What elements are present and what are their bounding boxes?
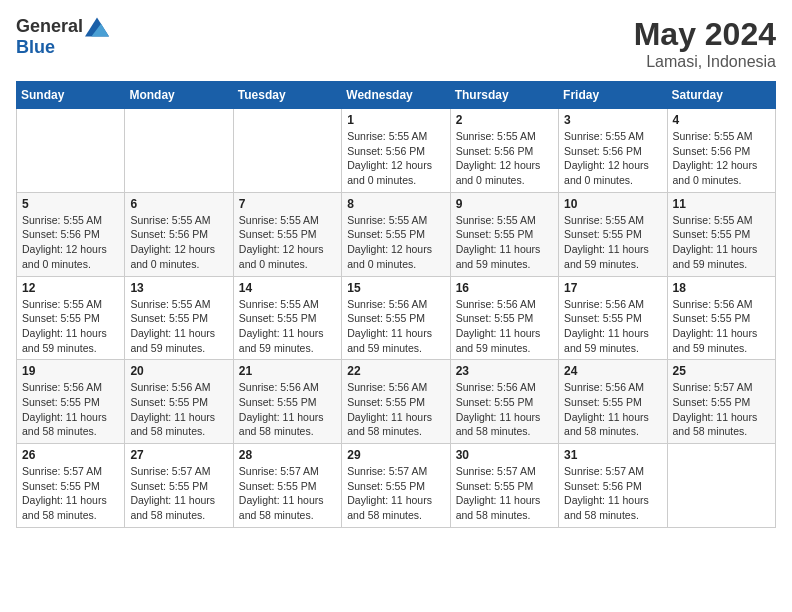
calendar-cell: 3Sunrise: 5:55 AMSunset: 5:56 PMDaylight…	[559, 109, 667, 193]
day-info: Sunrise: 5:56 AMSunset: 5:55 PMDaylight:…	[564, 297, 661, 356]
day-number: 11	[673, 197, 770, 211]
calendar-cell: 26Sunrise: 5:57 AMSunset: 5:55 PMDayligh…	[17, 444, 125, 528]
calendar-cell	[125, 109, 233, 193]
calendar-cell: 14Sunrise: 5:55 AMSunset: 5:55 PMDayligh…	[233, 276, 341, 360]
calendar-cell: 31Sunrise: 5:57 AMSunset: 5:56 PMDayligh…	[559, 444, 667, 528]
day-number: 31	[564, 448, 661, 462]
day-number: 15	[347, 281, 444, 295]
day-number: 6	[130, 197, 227, 211]
day-info: Sunrise: 5:55 AMSunset: 5:56 PMDaylight:…	[564, 129, 661, 188]
day-number: 27	[130, 448, 227, 462]
day-info: Sunrise: 5:57 AMSunset: 5:55 PMDaylight:…	[347, 464, 444, 523]
day-number: 10	[564, 197, 661, 211]
calendar-cell: 1Sunrise: 5:55 AMSunset: 5:56 PMDaylight…	[342, 109, 450, 193]
weekday-header-row: SundayMondayTuesdayWednesdayThursdayFrid…	[17, 82, 776, 109]
day-number: 30	[456, 448, 553, 462]
day-number: 18	[673, 281, 770, 295]
weekday-header-monday: Monday	[125, 82, 233, 109]
day-number: 28	[239, 448, 336, 462]
calendar-cell: 29Sunrise: 5:57 AMSunset: 5:55 PMDayligh…	[342, 444, 450, 528]
day-info: Sunrise: 5:55 AMSunset: 5:56 PMDaylight:…	[22, 213, 119, 272]
calendar-cell: 28Sunrise: 5:57 AMSunset: 5:55 PMDayligh…	[233, 444, 341, 528]
day-info: Sunrise: 5:56 AMSunset: 5:55 PMDaylight:…	[347, 380, 444, 439]
calendar-cell: 8Sunrise: 5:55 AMSunset: 5:55 PMDaylight…	[342, 192, 450, 276]
day-info: Sunrise: 5:55 AMSunset: 5:55 PMDaylight:…	[130, 297, 227, 356]
calendar-cell: 18Sunrise: 5:56 AMSunset: 5:55 PMDayligh…	[667, 276, 775, 360]
day-info: Sunrise: 5:55 AMSunset: 5:56 PMDaylight:…	[456, 129, 553, 188]
day-info: Sunrise: 5:57 AMSunset: 5:56 PMDaylight:…	[564, 464, 661, 523]
day-info: Sunrise: 5:56 AMSunset: 5:55 PMDaylight:…	[456, 380, 553, 439]
calendar-cell	[667, 444, 775, 528]
day-info: Sunrise: 5:57 AMSunset: 5:55 PMDaylight:…	[130, 464, 227, 523]
weekday-header-wednesday: Wednesday	[342, 82, 450, 109]
day-number: 24	[564, 364, 661, 378]
day-info: Sunrise: 5:57 AMSunset: 5:55 PMDaylight:…	[22, 464, 119, 523]
calendar-cell: 11Sunrise: 5:55 AMSunset: 5:55 PMDayligh…	[667, 192, 775, 276]
logo-blue-text: Blue	[16, 37, 55, 58]
calendar-cell: 7Sunrise: 5:55 AMSunset: 5:55 PMDaylight…	[233, 192, 341, 276]
calendar-cell: 25Sunrise: 5:57 AMSunset: 5:55 PMDayligh…	[667, 360, 775, 444]
day-number: 25	[673, 364, 770, 378]
day-info: Sunrise: 5:56 AMSunset: 5:55 PMDaylight:…	[564, 380, 661, 439]
calendar-week-4: 19Sunrise: 5:56 AMSunset: 5:55 PMDayligh…	[17, 360, 776, 444]
day-info: Sunrise: 5:55 AMSunset: 5:55 PMDaylight:…	[347, 213, 444, 272]
day-info: Sunrise: 5:55 AMSunset: 5:56 PMDaylight:…	[347, 129, 444, 188]
day-info: Sunrise: 5:57 AMSunset: 5:55 PMDaylight:…	[673, 380, 770, 439]
logo: General Blue	[16, 16, 109, 58]
day-number: 13	[130, 281, 227, 295]
day-number: 14	[239, 281, 336, 295]
day-number: 29	[347, 448, 444, 462]
weekday-header-thursday: Thursday	[450, 82, 558, 109]
day-info: Sunrise: 5:55 AMSunset: 5:56 PMDaylight:…	[673, 129, 770, 188]
day-info: Sunrise: 5:55 AMSunset: 5:55 PMDaylight:…	[564, 213, 661, 272]
day-number: 21	[239, 364, 336, 378]
day-number: 26	[22, 448, 119, 462]
day-number: 9	[456, 197, 553, 211]
page-header: General Blue May 2024 Lamasi, Indonesia	[16, 16, 776, 71]
day-info: Sunrise: 5:56 AMSunset: 5:55 PMDaylight:…	[130, 380, 227, 439]
calendar-cell: 4Sunrise: 5:55 AMSunset: 5:56 PMDaylight…	[667, 109, 775, 193]
day-number: 12	[22, 281, 119, 295]
day-info: Sunrise: 5:56 AMSunset: 5:55 PMDaylight:…	[22, 380, 119, 439]
weekday-header-friday: Friday	[559, 82, 667, 109]
logo-general-text: General	[16, 16, 83, 37]
day-number: 16	[456, 281, 553, 295]
calendar-week-3: 12Sunrise: 5:55 AMSunset: 5:55 PMDayligh…	[17, 276, 776, 360]
calendar-cell: 17Sunrise: 5:56 AMSunset: 5:55 PMDayligh…	[559, 276, 667, 360]
calendar-cell	[17, 109, 125, 193]
weekday-header-sunday: Sunday	[17, 82, 125, 109]
day-number: 2	[456, 113, 553, 127]
day-number: 4	[673, 113, 770, 127]
location: Lamasi, Indonesia	[634, 53, 776, 71]
day-info: Sunrise: 5:56 AMSunset: 5:55 PMDaylight:…	[673, 297, 770, 356]
calendar-cell: 13Sunrise: 5:55 AMSunset: 5:55 PMDayligh…	[125, 276, 233, 360]
day-number: 22	[347, 364, 444, 378]
day-info: Sunrise: 5:57 AMSunset: 5:55 PMDaylight:…	[239, 464, 336, 523]
calendar-cell: 20Sunrise: 5:56 AMSunset: 5:55 PMDayligh…	[125, 360, 233, 444]
day-number: 17	[564, 281, 661, 295]
calendar-week-2: 5Sunrise: 5:55 AMSunset: 5:56 PMDaylight…	[17, 192, 776, 276]
calendar-cell: 12Sunrise: 5:55 AMSunset: 5:55 PMDayligh…	[17, 276, 125, 360]
day-info: Sunrise: 5:55 AMSunset: 5:55 PMDaylight:…	[22, 297, 119, 356]
day-info: Sunrise: 5:57 AMSunset: 5:55 PMDaylight:…	[456, 464, 553, 523]
day-number: 20	[130, 364, 227, 378]
calendar-cell: 22Sunrise: 5:56 AMSunset: 5:55 PMDayligh…	[342, 360, 450, 444]
calendar-cell: 21Sunrise: 5:56 AMSunset: 5:55 PMDayligh…	[233, 360, 341, 444]
calendar-week-5: 26Sunrise: 5:57 AMSunset: 5:55 PMDayligh…	[17, 444, 776, 528]
day-info: Sunrise: 5:56 AMSunset: 5:55 PMDaylight:…	[347, 297, 444, 356]
logo-icon	[85, 17, 109, 37]
calendar-cell: 27Sunrise: 5:57 AMSunset: 5:55 PMDayligh…	[125, 444, 233, 528]
day-number: 8	[347, 197, 444, 211]
day-info: Sunrise: 5:55 AMSunset: 5:55 PMDaylight:…	[456, 213, 553, 272]
day-number: 3	[564, 113, 661, 127]
calendar-week-1: 1Sunrise: 5:55 AMSunset: 5:56 PMDaylight…	[17, 109, 776, 193]
day-info: Sunrise: 5:56 AMSunset: 5:55 PMDaylight:…	[239, 380, 336, 439]
calendar-cell: 10Sunrise: 5:55 AMSunset: 5:55 PMDayligh…	[559, 192, 667, 276]
day-number: 1	[347, 113, 444, 127]
weekday-header-tuesday: Tuesday	[233, 82, 341, 109]
weekday-header-saturday: Saturday	[667, 82, 775, 109]
calendar-cell: 6Sunrise: 5:55 AMSunset: 5:56 PMDaylight…	[125, 192, 233, 276]
calendar-cell: 15Sunrise: 5:56 AMSunset: 5:55 PMDayligh…	[342, 276, 450, 360]
day-number: 23	[456, 364, 553, 378]
calendar-table: SundayMondayTuesdayWednesdayThursdayFrid…	[16, 81, 776, 528]
